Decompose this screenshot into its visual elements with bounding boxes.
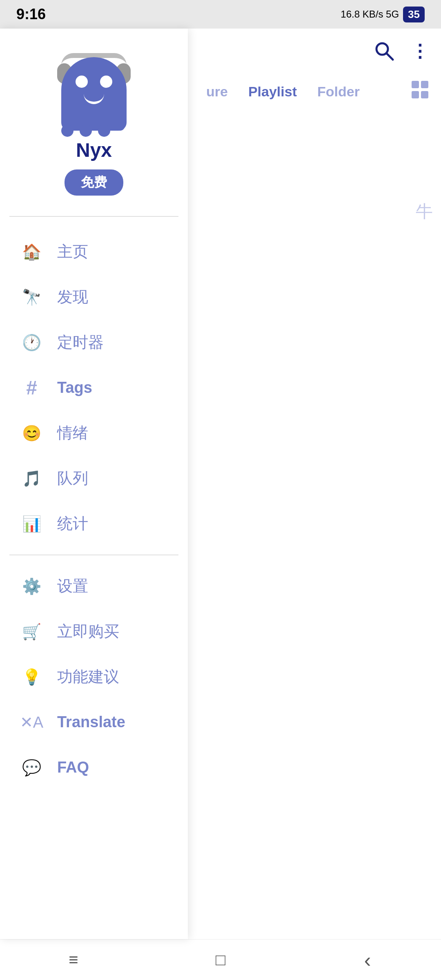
faq-icon: 💬 <box>20 756 43 779</box>
status-time: 9:16 <box>16 6 46 23</box>
sidebar-item-faq[interactable]: 💬 FAQ <box>0 745 188 790</box>
tab-folder[interactable]: Folder <box>307 78 370 106</box>
right-header: ⋮ <box>188 29 441 74</box>
profile-section: Nyx 免费 <box>0 29 188 208</box>
sidebar-item-settings[interactable]: ⚙️ 设置 <box>0 564 188 609</box>
sidebar-item-mood[interactable]: 😊 情绪 <box>0 410 188 456</box>
right-panel: ⋮ ure Playlist Folder 牛 <box>188 29 441 939</box>
sidebar-label-stats: 统计 <box>57 513 88 534</box>
avatar <box>53 49 135 131</box>
partial-text: 牛 <box>416 200 433 223</box>
grid-dot <box>412 91 419 98</box>
user-name: Nyx <box>76 139 112 161</box>
mood-icon: 😊 <box>20 422 43 444</box>
sidebar-label-mood: 情绪 <box>57 423 88 443</box>
status-right: 16.8 KB/s 5G 35 <box>341 7 425 22</box>
search-icon <box>374 41 394 61</box>
ghost-eye-left <box>76 76 88 88</box>
sidebar-item-queue[interactable]: 🎵 队列 <box>0 456 188 501</box>
divider-bottom <box>9 555 178 555</box>
stats-icon: 📊 <box>20 512 43 535</box>
ghost-body <box>61 57 127 122</box>
free-badge: 免费 <box>65 169 123 196</box>
tab-ure[interactable]: ure <box>196 78 238 106</box>
sidebar-item-buy[interactable]: 🛒 立即购买 <box>0 609 188 654</box>
sidebar-label-settings: 设置 <box>57 576 88 597</box>
ghost-bump1 <box>61 125 74 137</box>
home-button[interactable]: □ <box>204 944 237 976</box>
settings-icon: ⚙️ <box>20 575 43 597</box>
ghost-eye-right <box>100 76 112 88</box>
sidebar-label-timer: 定时器 <box>57 332 104 353</box>
ghost-bump2 <box>80 125 92 137</box>
home-icon: 🏠 <box>20 241 43 263</box>
grid-dot <box>412 81 419 88</box>
suggest-icon: 💡 <box>20 666 43 688</box>
sidebar-label-translate: Translate <box>57 713 125 731</box>
tabs-row: ure Playlist Folder <box>188 74 441 110</box>
sidebar-item-home[interactable]: 🏠 主页 <box>0 229 188 274</box>
sidebar-label-tags: Tags <box>57 379 92 396</box>
sidebar-drawer: Nyx 免费 🏠 主页 🔭 发现 🕐 定时器 # Tag <box>0 29 188 939</box>
discover-icon: 🔭 <box>20 286 43 308</box>
tags-icon: # <box>20 376 43 399</box>
back-button[interactable]: ‹ <box>351 944 384 976</box>
sidebar-label-discover: 发现 <box>57 287 88 307</box>
status-bar: 9:16 16.8 KB/s 5G 35 <box>0 0 441 29</box>
divider-top <box>9 216 178 217</box>
sidebar-label-queue: 队列 <box>57 468 88 489</box>
sidebar-item-stats[interactable]: 📊 统计 <box>0 501 188 546</box>
nav-section: 🏠 主页 🔭 发现 🕐 定时器 # Tags 😊 情绪 <box>0 225 188 939</box>
timer-icon: 🕐 <box>20 331 43 354</box>
network-info: 16.8 KB/s 5G <box>341 9 399 20</box>
sidebar-label-faq: FAQ <box>57 759 89 776</box>
menu-button[interactable]: ≡ <box>57 944 90 976</box>
main-container: Nyx 免费 🏠 主页 🔭 发现 🕐 定时器 # Tag <box>0 29 441 939</box>
ghost-bump3 <box>98 125 110 137</box>
translate-icon: ✕A <box>20 711 43 733</box>
grid-dot <box>421 81 428 88</box>
sidebar-label-suggest: 功能建议 <box>57 666 119 687</box>
grid-view-icon[interactable] <box>408 78 433 102</box>
tab-playlist[interactable]: Playlist <box>238 78 307 106</box>
bottom-nav: ≡ □ ‹ <box>0 939 441 980</box>
sidebar-item-translate[interactable]: ✕A Translate <box>0 699 188 745</box>
ghost-drip <box>116 116 125 131</box>
sidebar-item-suggest[interactable]: 💡 功能建议 <box>0 654 188 699</box>
queue-icon: 🎵 <box>20 467 43 490</box>
grid-dot <box>421 91 428 98</box>
sidebar-item-tags[interactable]: # Tags <box>0 365 188 410</box>
search-button[interactable] <box>370 37 399 65</box>
sidebar-item-timer[interactable]: 🕐 定时器 <box>0 320 188 365</box>
buy-icon: 🛒 <box>20 620 43 643</box>
svg-line-1 <box>387 53 393 60</box>
more-button[interactable]: ⋮ <box>411 42 429 60</box>
sidebar-label-home: 主页 <box>57 241 88 262</box>
battery-badge: 35 <box>403 7 425 22</box>
sidebar-item-discover[interactable]: 🔭 发现 <box>0 274 188 320</box>
sidebar-label-buy: 立即购买 <box>57 621 119 642</box>
